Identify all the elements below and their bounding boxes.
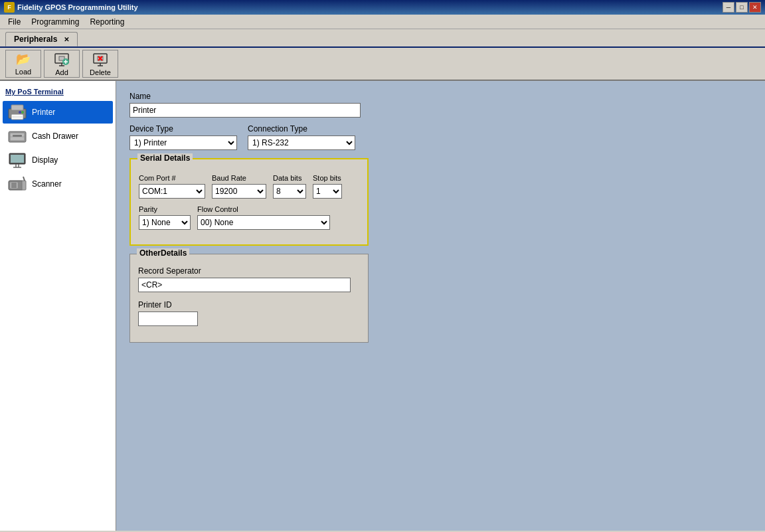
other-details-box: OtherDetails Record Seperator Printer ID bbox=[129, 254, 369, 343]
sidebar-title[interactable]: My PoS Terminal bbox=[3, 86, 113, 97]
name-input[interactable] bbox=[129, 103, 361, 118]
device-connection-row: Device Type 1) Printer 2) Cash Drawer 3)… bbox=[129, 124, 752, 150]
parity-group: Parity 1) None 2) Even 3) Odd bbox=[139, 205, 191, 230]
svg-line-35 bbox=[23, 177, 25, 181]
device-type-label: Device Type bbox=[129, 124, 237, 133]
printer-icon bbox=[7, 103, 28, 122]
flow-control-select[interactable]: 00) None 01) Hardware 02) Software bbox=[197, 215, 330, 230]
sidebar-item-printer[interactable]: Printer bbox=[3, 101, 113, 124]
svg-rect-24 bbox=[11, 155, 24, 163]
menu-file[interactable]: File bbox=[3, 16, 26, 28]
menu-reporting[interactable]: Reporting bbox=[84, 16, 129, 28]
add-icon bbox=[54, 51, 70, 67]
sidebar-item-scanner[interactable]: Scanner bbox=[3, 173, 113, 195]
main-area: My PoS Terminal Printer bbox=[0, 81, 765, 531]
cash-drawer-label: Cash Drawer bbox=[32, 132, 78, 141]
maximize-button[interactable]: □ bbox=[736, 2, 748, 13]
cash-drawer-icon bbox=[7, 127, 28, 145]
connection-type-group: Connection Type 1) RS-232 2) USB 3) Netw… bbox=[248, 124, 355, 150]
title-bar: F Fidelity GPOS Programming Utility ─ □ … bbox=[0, 0, 765, 15]
device-type-group: Device Type 1) Printer 2) Cash Drawer 3)… bbox=[129, 124, 237, 150]
record-seperator-label: Record Seperator bbox=[138, 266, 360, 276]
com-port-select[interactable]: COM:1 COM:2 COM:3 COM:4 bbox=[139, 184, 205, 199]
sidebar-item-display[interactable]: Display bbox=[3, 149, 113, 171]
svg-rect-34 bbox=[22, 181, 26, 190]
device-type-select[interactable]: 1) Printer 2) Cash Drawer 3) Display 4) … bbox=[129, 135, 237, 150]
svg-point-18 bbox=[19, 111, 21, 114]
delete-button[interactable]: Delete bbox=[82, 50, 118, 78]
display-icon bbox=[7, 151, 28, 169]
close-button[interactable]: ✕ bbox=[749, 2, 761, 13]
scanner-icon bbox=[7, 175, 28, 193]
name-group: Name bbox=[129, 92, 752, 118]
baud-rate-select[interactable]: 9600 19200 38400 57600 115200 bbox=[212, 184, 266, 199]
toolbar: 📂 Load Add bbox=[0, 48, 765, 81]
svg-rect-16 bbox=[13, 116, 22, 118]
scanner-label: Scanner bbox=[32, 179, 62, 189]
menu-bar: File Programming Reporting bbox=[0, 15, 765, 29]
stop-bits-select[interactable]: 1 2 bbox=[313, 184, 342, 199]
com-port-group: Com Port # COM:1 COM:2 COM:3 COM:4 bbox=[139, 174, 205, 199]
svg-rect-21 bbox=[13, 135, 22, 137]
data-bits-select[interactable]: 7 8 bbox=[273, 184, 306, 199]
parity-label: Parity bbox=[139, 205, 191, 213]
serial-row-1: Com Port # COM:1 COM:2 COM:3 COM:4 Baud … bbox=[139, 174, 359, 199]
delete-icon bbox=[92, 51, 108, 67]
add-button[interactable]: Add bbox=[44, 50, 80, 78]
record-seperator-group: Record Seperator bbox=[138, 266, 360, 292]
data-bits-group: Data bits 7 8 bbox=[273, 174, 306, 199]
minimize-button[interactable]: ─ bbox=[722, 2, 734, 13]
other-details-legend: OtherDetails bbox=[137, 248, 189, 258]
tab-peripherals[interactable]: Peripherals ✕ bbox=[5, 32, 78, 46]
menu-programming[interactable]: Programming bbox=[26, 16, 84, 28]
app-icon: F bbox=[4, 2, 15, 13]
baud-rate-label: Baud Rate bbox=[212, 174, 266, 182]
serial-row-2: Parity 1) None 2) Even 3) Odd Flow Contr… bbox=[139, 205, 359, 230]
printer-label: Printer bbox=[32, 108, 55, 117]
app-title: Fidelity GPOS Programming Utility bbox=[17, 3, 138, 11]
record-seperator-input[interactable] bbox=[138, 278, 351, 292]
load-icon: 📂 bbox=[15, 52, 31, 66]
printer-id-group: Printer ID bbox=[138, 300, 360, 326]
parity-select[interactable]: 1) None 2) Even 3) Odd bbox=[139, 215, 191, 230]
title-bar-left: F Fidelity GPOS Programming Utility bbox=[4, 2, 138, 13]
content-panel: Name Device Type 1) Printer 2) Cash Draw… bbox=[116, 81, 765, 531]
stop-bits-group: Stop bits 1 2 bbox=[313, 174, 342, 199]
sidebar-item-cash-drawer[interactable]: Cash Drawer bbox=[3, 125, 113, 147]
display-label: Display bbox=[32, 155, 58, 165]
svg-rect-14 bbox=[11, 105, 23, 110]
serial-details-legend: Serial Details bbox=[137, 153, 193, 163]
connection-type-select[interactable]: 1) RS-232 2) USB 3) Network bbox=[248, 135, 355, 150]
tab-close-icon[interactable]: ✕ bbox=[64, 36, 69, 43]
flow-control-group: Flow Control 00) None 01) Hardware 02) S… bbox=[197, 205, 330, 230]
stop-bits-label: Stop bits bbox=[313, 174, 342, 182]
load-button[interactable]: 📂 Load bbox=[5, 50, 41, 78]
flow-control-label: Flow Control bbox=[197, 205, 330, 213]
printer-id-label: Printer ID bbox=[138, 300, 360, 310]
serial-details-box: Serial Details Com Port # COM:1 COM:2 CO… bbox=[129, 158, 369, 246]
printer-id-input[interactable] bbox=[138, 311, 198, 326]
svg-point-17 bbox=[21, 111, 24, 114]
tab-strip: Peripherals ✕ bbox=[0, 29, 765, 48]
name-label: Name bbox=[129, 92, 752, 101]
sidebar: My PoS Terminal Printer bbox=[0, 81, 116, 531]
connection-type-label: Connection Type bbox=[248, 124, 355, 133]
title-bar-controls: ─ □ ✕ bbox=[722, 2, 761, 13]
data-bits-label: Data bits bbox=[273, 174, 306, 182]
baud-rate-group: Baud Rate 9600 19200 38400 57600 115200 bbox=[212, 174, 266, 199]
com-port-label: Com Port # bbox=[139, 174, 205, 182]
